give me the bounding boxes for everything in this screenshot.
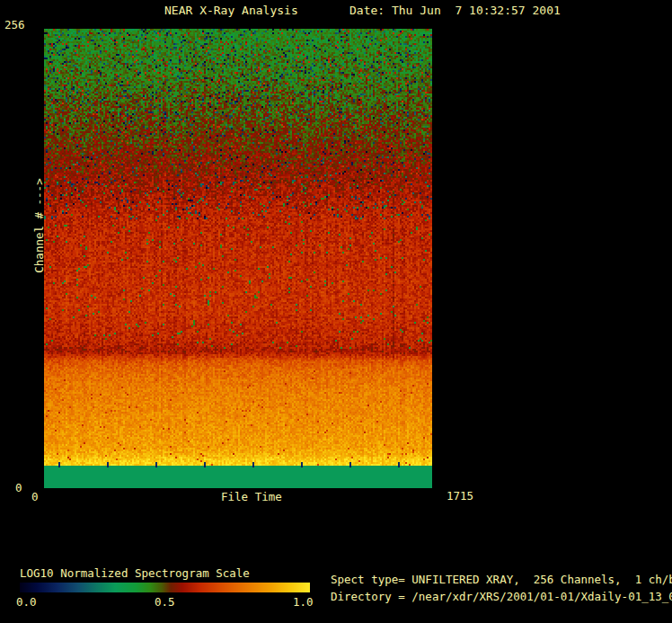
spectrogram-image — [44, 29, 432, 488]
header-date: Date: Thu Jun 7 10:32:57 2001 — [349, 4, 561, 16]
colorbar-tick-1: 1.0 — [293, 596, 314, 608]
spect-type-info: Spect type= UNFILTERED XRAY, 256 Channel… — [331, 574, 672, 585]
page-title: NEAR X-Ray Analysis — [164, 4, 298, 16]
directory-info: Directory = /near/xdr/XRS/2001/01-01/Xda… — [331, 591, 672, 602]
y-axis-label: Channel # ---> — [32, 175, 45, 276]
x-axis-label: File Time — [221, 491, 282, 503]
near-xray-analysis-window: NEAR X-Ray Analysis Date: Thu Jun 7 10:3… — [0, 0, 672, 623]
y-axis-tick-max: 256 — [4, 19, 25, 31]
x-axis-tick-max: 1715 — [447, 490, 473, 502]
colorbar-gradient — [20, 583, 310, 592]
y-axis-tick-min: 0 — [15, 482, 22, 494]
colorbar-tick-05: 0.5 — [155, 596, 175, 608]
colorbar-title: LOG10 Normalized Spectrogram Scale — [20, 567, 250, 579]
colorbar-tick-0: 0.0 — [16, 596, 37, 608]
x-axis-tick-min: 0 — [31, 491, 39, 503]
